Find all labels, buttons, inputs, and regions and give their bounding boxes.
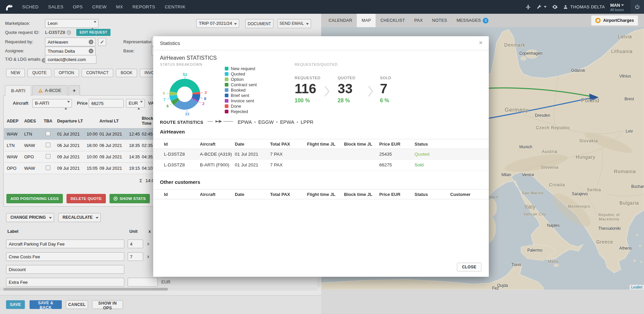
route-plane-icon <box>207 119 233 125</box>
route-airports: EPWA•EGGW•EPWA•LPPR <box>238 119 313 125</box>
route-airport: EPWA <box>280 119 294 125</box>
customer-stats-title: AirHeaven STATISTICS <box>160 55 217 61</box>
statistics-modal: Statistics × AirHeaven STATISTICS STATUS… <box>153 36 489 277</box>
base-selector[interactable]: MAN All bases <box>610 2 624 12</box>
requested-quoted-label: REQUESTED/QUOTED <box>295 62 338 66</box>
stats-table-header: IdAircraftDateTotal PAXFlight time JLBlo… <box>153 189 489 199</box>
tools-wrench-icon[interactable] <box>536 4 547 10</box>
route-airport: EPWA <box>238 119 252 125</box>
legend-item: New request <box>225 66 257 71</box>
user-menu[interactable]: THOMAS DELTA <box>563 4 605 9</box>
bullet-separator: • <box>254 119 256 125</box>
chevron-down-icon <box>621 4 624 6</box>
route-statistics-label: ROUTE STATISTICS <box>160 120 203 125</box>
modal-title: Statistics <box>160 40 180 46</box>
settings-gear-icon[interactable] <box>552 4 558 10</box>
other-customers-table: IdAircraftDateTotal PAXFlight time JLBlo… <box>153 189 489 199</box>
route-airport: LPPR <box>301 119 313 125</box>
other-table-title: Other customers <box>160 179 200 185</box>
funnel-stat-sold: SOLD76 % <box>380 76 391 104</box>
stats-table-row: L-D3STZ8A-BCDE (A319)01 Jul 20217 PAX 25… <box>153 149 489 160</box>
customer-table-title: AirHeaven <box>160 129 185 135</box>
route-statistics-row: ROUTE STATISTICS EPWA•EGGW•EPWA•LPPR <box>160 119 313 125</box>
legend-swatch <box>225 67 228 70</box>
chevron-right-icon <box>324 85 330 98</box>
requested-quoted-funnel: REQUESTED116100 % QUOTED3328 % SOLD76 % <box>153 76 489 113</box>
nav-item-sales[interactable]: SALES <box>43 0 68 14</box>
funnel-stat-requested: REQUESTED116100 % <box>295 76 320 104</box>
logout-power-icon[interactable] <box>631 0 644 14</box>
person-icon <box>563 4 568 9</box>
nav-right: THOMAS DELTA MAN All bases <box>525 0 644 14</box>
flights-plane-icon[interactable] <box>525 4 531 10</box>
customer-stats-table: IdAircraftDateTotal PAXFlight time JLBlo… <box>153 139 489 170</box>
modal-body: AirHeaven STATISTICS STATUS BREAKDOWN 51… <box>153 50 489 277</box>
bullet-separator: • <box>297 119 298 125</box>
base-code: MAN <box>610 3 620 8</box>
bullet-separator: • <box>276 119 278 125</box>
stats-table-header: IdAircraftDateTotal PAXFlight time JLBlo… <box>153 139 489 149</box>
top-nav: SCHEDSALESOPSCREWMXREPORTSCENTRIK THOMAS… <box>0 0 644 14</box>
nav-item-centrik[interactable]: CENTRIK <box>160 0 190 14</box>
nav-item-crew[interactable]: CREW <box>88 0 112 14</box>
modal-overlay: Statistics × AirHeaven STATISTICS STATUS… <box>0 0 644 314</box>
base-scope: All bases <box>610 8 624 12</box>
legend-swatch <box>225 72 228 76</box>
close-icon[interactable]: × <box>479 39 483 47</box>
stats-table-row: L-D3STZ8B-ARTI (F900)01 Jul 20217 PAX 66… <box>153 160 489 170</box>
nav-item-ops[interactable]: OPS <box>68 0 88 14</box>
nav-item-sched[interactable]: SCHED <box>17 0 43 14</box>
nav-item-mx[interactable]: MX <box>111 0 128 14</box>
close-button[interactable]: CLOSE <box>457 263 481 271</box>
route-airport: EGGW <box>258 119 274 125</box>
user-name: THOMAS DELTA <box>570 4 605 9</box>
modal-header: Statistics × <box>153 36 489 50</box>
funnel-stat-quoted: QUOTED3328 % <box>338 76 355 104</box>
main-menu: SCHEDSALESOPSCREWMXREPORTSCENTRIK <box>17 0 190 14</box>
status-breakdown-label: STATUS BREAKDOWN <box>160 62 203 66</box>
app-root: SCHEDSALESOPSCREWMXREPORTSCENTRIK THOMAS… <box>0 0 644 314</box>
leon-logo[interactable] <box>4 2 14 12</box>
chevron-down-icon <box>544 6 547 8</box>
nav-item-reports[interactable]: REPORTS <box>128 0 160 14</box>
chevron-right-icon <box>368 85 374 98</box>
